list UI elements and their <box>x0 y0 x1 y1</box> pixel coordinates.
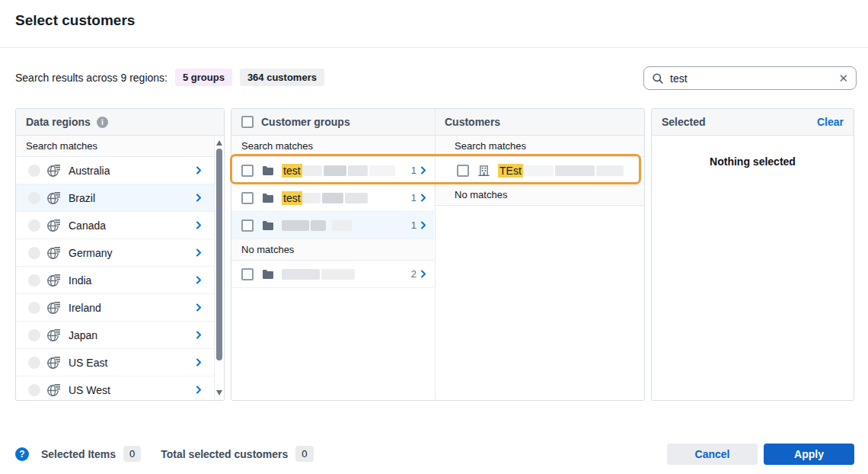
group-row[interactable]: 1 <box>231 212 434 239</box>
clear-search-icon[interactable]: ✕ <box>838 72 848 84</box>
chevron-right-icon[interactable] <box>196 303 202 312</box>
region-row-us-west[interactable]: US West <box>16 376 214 401</box>
groups-customers-panel: Customer groups Customers Search matches… <box>231 108 645 401</box>
group-row[interactable]: test 1 <box>231 184 434 212</box>
group-row[interactable]: 2 <box>231 261 434 288</box>
scroll-thumb[interactable] <box>216 149 222 360</box>
group-row[interactable]: test 1 <box>231 157 434 184</box>
region-radio[interactable] <box>28 329 40 341</box>
chevron-right-icon[interactable] <box>420 166 426 175</box>
group-checkbox[interactable] <box>241 165 254 177</box>
region-row-brazil[interactable]: Brazil <box>16 184 214 212</box>
region-radio[interactable] <box>28 357 40 369</box>
redacted-text <box>302 193 321 203</box>
region-row-india[interactable]: India <box>16 267 214 294</box>
region-name: India <box>69 274 196 287</box>
region-globe-icon <box>46 383 61 397</box>
select-all-groups-checkbox[interactable] <box>241 116 254 128</box>
region-radio[interactable] <box>28 302 40 314</box>
group-checkbox[interactable] <box>241 268 254 280</box>
group-name: test <box>282 164 411 178</box>
total-selected-customers-count-badge: 0 <box>295 446 313 462</box>
nothing-selected-text: Nothing selected <box>710 155 796 168</box>
customer-groups-column: Search matches test 1 test 1 1 <box>231 136 434 401</box>
group-name <box>282 220 411 231</box>
customer-row[interactable]: TEst <box>434 157 644 184</box>
chevron-right-icon[interactable] <box>196 386 202 394</box>
group-checkbox[interactable] <box>241 192 254 204</box>
region-row-us-east[interactable]: US East <box>16 349 214 376</box>
group-checkbox[interactable] <box>241 219 254 232</box>
section-search-matches: Search matches <box>434 136 644 157</box>
search-icon <box>652 72 664 85</box>
region-radio[interactable] <box>28 384 40 396</box>
region-name: Canada <box>69 219 196 232</box>
customer-checkbox[interactable] <box>457 165 469 177</box>
region-row-japan[interactable]: Japan <box>16 322 214 349</box>
chevron-right-icon[interactable] <box>420 194 426 202</box>
chevron-right-icon[interactable] <box>196 276 202 284</box>
apply-button[interactable]: Apply <box>764 444 854 465</box>
group-name: test <box>282 191 411 205</box>
chevron-right-icon[interactable] <box>196 248 202 257</box>
redacted-text <box>282 269 320 280</box>
chevron-right-icon[interactable] <box>196 331 202 339</box>
page-title: Select customers <box>15 12 135 29</box>
redacted-text <box>369 165 395 176</box>
chevron-right-icon[interactable] <box>196 194 202 202</box>
customers-column: Search matches TEst No matches <box>434 136 644 401</box>
group-count: 1 <box>411 165 416 176</box>
chevron-right-icon[interactable] <box>420 270 426 278</box>
region-name: Australia <box>69 165 196 177</box>
data-regions-title: Data regions <box>26 116 91 128</box>
region-radio[interactable] <box>28 165 40 177</box>
summary-label: Search results across 9 regions: <box>15 72 168 84</box>
cancel-button[interactable]: Cancel <box>667 444 758 465</box>
clear-button[interactable]: Clear <box>817 116 844 128</box>
customer-name: TEst <box>498 164 644 178</box>
region-row-australia[interactable]: Australia <box>16 157 214 184</box>
scroll-up-arrow[interactable] <box>216 140 222 146</box>
group-name <box>282 269 411 280</box>
search-input[interactable] <box>670 72 832 85</box>
help-icon[interactable]: ? <box>15 447 29 461</box>
redacted-text <box>332 220 352 231</box>
header-divider <box>0 47 868 48</box>
redacted-text <box>311 220 326 231</box>
region-name: Japan <box>69 329 196 341</box>
region-row-ireland[interactable]: Ireland <box>16 294 214 322</box>
redacted-text <box>596 165 624 176</box>
region-globe-icon <box>46 163 61 178</box>
scroll-down-arrow[interactable] <box>216 390 222 396</box>
region-name: US East <box>69 357 196 369</box>
redacted-text <box>324 165 346 176</box>
region-name: Brazil <box>69 192 196 204</box>
customers-count-badge: 364 customers <box>240 69 324 86</box>
search-results-summary: Search results across 9 regions: 5 group… <box>15 69 324 86</box>
chevron-right-icon[interactable] <box>196 221 202 229</box>
chevron-right-icon[interactable] <box>196 358 202 367</box>
data-regions-panel: Data regions i Search matches Australia … <box>15 108 225 401</box>
redacted-text <box>282 220 309 231</box>
group-name-highlight: test <box>282 164 302 178</box>
region-name: Germany <box>69 247 196 259</box>
region-radio[interactable] <box>28 274 40 287</box>
search-box[interactable]: ✕ <box>643 66 857 90</box>
info-icon[interactable]: i <box>97 117 108 128</box>
scrollbar[interactable] <box>214 136 224 400</box>
region-name: Ireland <box>69 302 196 314</box>
region-globe-icon <box>46 245 61 260</box>
chevron-right-icon[interactable] <box>196 166 202 175</box>
region-row-germany[interactable]: Germany <box>16 239 214 267</box>
region-radio[interactable] <box>28 247 40 259</box>
region-radio[interactable] <box>28 192 40 204</box>
group-count: 1 <box>411 219 416 231</box>
region-globe-icon <box>46 355 61 370</box>
redacted-text <box>348 165 368 176</box>
footer-summary: ? Selected Items 0 Total selected custom… <box>15 446 314 462</box>
region-row-canada[interactable]: Canada <box>16 212 214 239</box>
company-icon <box>477 165 490 177</box>
redacted-text <box>345 193 368 203</box>
chevron-right-icon[interactable] <box>420 221 426 229</box>
region-radio[interactable] <box>28 219 40 232</box>
